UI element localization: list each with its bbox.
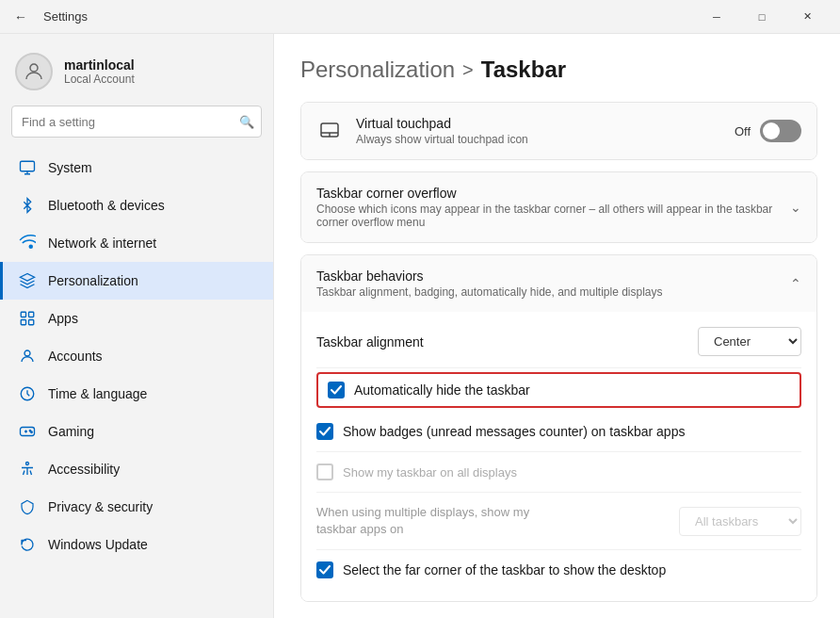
taskbar-corner-overflow-subtitle: Choose which icons may appear in the tas…	[316, 203, 790, 229]
taskbar-behaviors-title: Taskbar behaviors	[316, 268, 663, 284]
breadcrumb-parent[interactable]: Personalization	[300, 57, 455, 83]
taskbar-corner-overflow-header[interactable]: Taskbar corner overflow Choose which ico…	[301, 172, 816, 242]
chevron-up-icon: ⌃	[790, 276, 801, 291]
sidebar-item-label: Time & language	[48, 386, 147, 401]
virtual-touchpad-header[interactable]: Virtual touchpad Always show virtual tou…	[301, 103, 816, 159]
user-info: martinlocal Local Account	[64, 57, 135, 86]
multiple-displays-label: When using multiple displays, show mytas…	[316, 504, 529, 538]
svg-point-0	[30, 64, 38, 72]
virtual-touchpad-subtitle: Always show virtual touchpad icon	[356, 133, 528, 146]
search-input[interactable]	[11, 106, 262, 138]
sidebar-item-accounts[interactable]: Accounts	[0, 337, 273, 375]
svg-rect-5	[21, 320, 25, 325]
far-corner-checkbox-row: Select the far corner of the taskbar to …	[316, 561, 801, 578]
sidebar-item-network[interactable]: Network & internet	[0, 224, 273, 262]
auto-hide-taskbar-row: Automatically hide the taskbar	[316, 372, 801, 408]
close-button[interactable]: ✕	[785, 2, 829, 32]
apps-icon	[18, 309, 37, 328]
far-corner-label: Select the far corner of the taskbar to …	[343, 562, 666, 577]
far-corner-row: Select the far corner of the taskbar to …	[316, 550, 801, 590]
taskbar-behaviors-content: Taskbar alignment Center Left	[301, 312, 816, 601]
breadcrumb-separator: >	[462, 59, 474, 81]
section-header-left: Virtual touchpad Always show virtual tou…	[316, 116, 528, 146]
touchpad-icon	[316, 118, 343, 144]
show-badges-checkbox[interactable]	[316, 423, 333, 440]
sidebar: martinlocal Local Account 🔍 System	[0, 34, 273, 618]
section-header-left: Taskbar behaviors Taskbar alignment, bad…	[316, 268, 663, 299]
app-title: Settings	[43, 9, 88, 24]
sidebar-item-label: Gaming	[48, 424, 94, 439]
breadcrumb-current: Taskbar	[481, 57, 566, 83]
content-area: Personalization > Taskbar Virtual touchp	[273, 34, 840, 618]
show-badges-row: Show badges (unread messages counter) on…	[316, 412, 801, 452]
svg-point-7	[24, 350, 30, 356]
maximize-button[interactable]: □	[740, 2, 783, 32]
svg-rect-4	[29, 312, 34, 317]
sidebar-item-label: Windows Update	[48, 537, 148, 552]
all-displays-checkbox[interactable]	[316, 464, 333, 480]
sidebar-item-label: Privacy & security	[48, 499, 153, 514]
virtual-touchpad-toggle[interactable]	[760, 120, 801, 142]
all-displays-checkbox-row: Show my taskbar on all displays	[316, 464, 801, 480]
accessibility-icon	[18, 460, 37, 479]
user-name: martinlocal	[64, 57, 135, 73]
sidebar-item-apps[interactable]: Apps	[0, 300, 273, 337]
titlebar: ← Settings ─ □ ✕	[0, 0, 840, 34]
toggle-right: Off	[735, 120, 801, 142]
sidebar-item-label: Bluetooth & devices	[48, 198, 165, 213]
main-layout: martinlocal Local Account 🔍 System	[0, 34, 840, 618]
taskbar-corner-overflow-title: Taskbar corner overflow	[316, 186, 790, 201]
all-displays-row: Show my taskbar on all displays	[316, 452, 801, 493]
sidebar-item-label: Accounts	[48, 349, 103, 364]
sidebar-item-label: Accessibility	[48, 462, 120, 477]
sidebar-item-time[interactable]: Time & language	[0, 375, 273, 413]
sidebar-item-privacy[interactable]: Privacy & security	[0, 488, 273, 526]
svg-point-2	[29, 245, 34, 250]
taskbar-behaviors-subtitle: Taskbar alignment, badging, automaticall…	[316, 285, 663, 299]
virtual-touchpad-title: Virtual touchpad	[356, 116, 528, 131]
minimize-button[interactable]: ─	[695, 2, 738, 32]
window-controls: ─ □ ✕	[695, 2, 829, 32]
sidebar-item-gaming[interactable]: Gaming	[0, 413, 273, 450]
multiple-displays-row: When using multiple displays, show mytas…	[316, 493, 801, 550]
taskbar-alignment-label: Taskbar alignment	[316, 334, 424, 350]
virtual-touchpad-section: Virtual touchpad Always show virtual tou…	[300, 102, 817, 160]
taskbar-behaviors-header[interactable]: Taskbar behaviors Taskbar alignment, bad…	[301, 255, 816, 312]
auto-hide-label: Automatically hide the taskbar	[354, 382, 530, 398]
bluetooth-icon	[18, 196, 37, 215]
sidebar-item-update[interactable]: Windows Update	[0, 526, 273, 563]
back-button[interactable]: ←	[8, 4, 34, 30]
auto-hide-checkbox[interactable]	[328, 382, 345, 398]
show-badges-checkbox-row: Show badges (unread messages counter) on…	[316, 423, 801, 440]
sidebar-item-label: Network & internet	[48, 236, 156, 251]
sidebar-item-label: System	[48, 160, 92, 175]
sidebar-item-bluetooth[interactable]: Bluetooth & devices	[0, 187, 273, 224]
user-profile[interactable]: martinlocal Local Account	[0, 41, 273, 106]
personalization-icon	[18, 271, 37, 290]
taskbar-alignment-dropdown[interactable]: Center Left	[698, 327, 801, 356]
sidebar-item-personalization[interactable]: Personalization	[0, 262, 273, 300]
far-corner-checkbox[interactable]	[316, 561, 333, 578]
svg-rect-3	[21, 312, 25, 317]
time-icon	[18, 384, 37, 403]
sidebar-item-accessibility[interactable]: Accessibility	[0, 450, 273, 488]
multiple-displays-dropdown[interactable]: All taskbars	[679, 507, 801, 536]
taskbar-behaviors-section: Taskbar behaviors Taskbar alignment, bad…	[300, 254, 817, 602]
accounts-icon	[18, 347, 37, 366]
titlebar-left: ← Settings	[8, 4, 88, 30]
breadcrumb: Personalization > Taskbar	[300, 57, 817, 83]
toggle-label: Off	[735, 124, 751, 138]
section-header-left: Taskbar corner overflow Choose which ico…	[316, 186, 790, 229]
svg-point-12	[26, 463, 29, 465]
network-icon	[18, 234, 37, 252]
update-icon	[18, 535, 37, 554]
auto-hide-checkbox-row: Automatically hide the taskbar	[328, 382, 530, 398]
taskbar-alignment-row: Taskbar alignment Center Left	[316, 316, 801, 368]
sidebar-item-system[interactable]: System	[0, 149, 273, 187]
user-type: Local Account	[64, 73, 135, 86]
system-icon	[18, 158, 37, 177]
toggle-knob	[763, 122, 780, 139]
sidebar-item-label: Personalization	[48, 273, 138, 288]
sidebar-item-label: Apps	[48, 311, 78, 326]
svg-rect-6	[29, 320, 34, 325]
